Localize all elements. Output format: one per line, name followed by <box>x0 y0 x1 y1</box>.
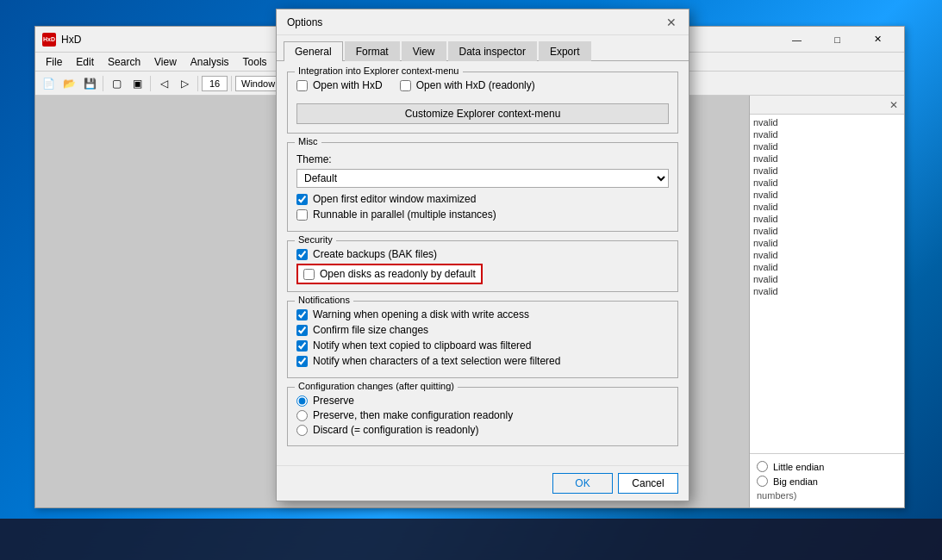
right-panel-close-icon[interactable]: ✕ <box>887 98 901 112</box>
runnable-parallel-checkbox[interactable] <box>296 209 308 221</box>
toolbar-btn3[interactable]: ▣ <box>128 74 147 93</box>
hxd-logo-text: HxD <box>43 36 55 42</box>
hxd-title-left: HxD HxD <box>42 33 81 47</box>
notify-clipboard-row: Notify when text copied to clipboard was… <box>296 339 669 352</box>
list-item: nvalid <box>753 201 901 213</box>
toolbar-new-btn[interactable]: 📄 <box>39 74 58 93</box>
tab-data-inspector[interactable]: Data inspector <box>448 41 537 61</box>
right-panel-bottom: Little endian Big endian numbers) <box>750 453 904 507</box>
hxd-maximize-button[interactable]: □ <box>818 30 857 49</box>
hxd-window-controls: — □ ✕ <box>777 30 897 49</box>
little-endian-radio[interactable] <box>757 461 768 472</box>
desktop: HxD HxD — □ ✕ File Edit Search View Anal… <box>0 0 942 560</box>
notify-clipboard-checkbox[interactable] <box>296 340 308 352</box>
confirm-size-row: Confirm file size changes <box>296 324 669 336</box>
hxd-title-text: HxD <box>61 34 81 46</box>
list-item: nvalid <box>753 152 901 165</box>
big-endian-label: Big endian <box>773 476 818 487</box>
open-hxd-readonly-row: Open with HxD (readonly) <box>400 79 535 91</box>
tab-format[interactable]: Format <box>345 41 400 61</box>
menu-edit[interactable]: Edit <box>69 54 101 70</box>
invalid-list[interactable]: nvalid nvalid nvalid nvalid nvalid nvali… <box>750 115 904 453</box>
list-item: nvalid <box>753 225 901 237</box>
menu-analysis[interactable]: Analysis <box>184 54 236 70</box>
toolbar-btn5[interactable]: ▷ <box>175 74 194 93</box>
discard-row: Discard (= configuration is readonly) <box>296 424 669 436</box>
config-section-label: Configuration changes (after quitting) <box>295 381 458 391</box>
toolbar-sep2 <box>150 76 151 91</box>
open-maximized-label: Open first editor window maximized <box>313 193 476 205</box>
tab-view[interactable]: View <box>402 41 446 61</box>
tab-export[interactable]: Export <box>539 41 591 61</box>
open-hxd-checkbox[interactable] <box>296 80 308 91</box>
preserve-label: Preserve <box>313 395 354 407</box>
taskbar <box>0 519 942 560</box>
discard-radio[interactable] <box>296 425 308 436</box>
config-section: Configuration changes (after quitting) P… <box>287 387 678 446</box>
ok-button[interactable]: OK <box>552 473 613 494</box>
hxd-close-button[interactable]: ✕ <box>858 30 897 49</box>
open-readonly-checkbox[interactable] <box>303 269 315 280</box>
notify-chars-row: Notify when characters of a text selecti… <box>296 355 669 367</box>
list-item: nvalid <box>753 128 901 140</box>
right-panel: ✕ nvalid nvalid nvalid nvalid nvalid nva… <box>749 96 904 507</box>
open-maximized-checkbox[interactable] <box>296 194 308 205</box>
dialog-close-button[interactable]: ✕ <box>661 12 682 33</box>
integration-section: Integration into Explorer context-menu O… <box>287 72 678 134</box>
menu-view[interactable]: View <box>147 54 184 70</box>
preserve-row: Preserve <box>296 395 669 407</box>
open-hxd-readonly-checkbox[interactable] <box>400 80 411 91</box>
hxd-minimize-button[interactable]: — <box>777 30 816 49</box>
customize-explorer-button[interactable]: Customize Explorer context-menu <box>296 103 669 124</box>
preserve-readonly-row: Preserve, then make configuration readon… <box>296 409 669 421</box>
tab-general[interactable]: General <box>284 41 343 61</box>
open-readonly-label: Open disks as readonly by default <box>320 268 476 280</box>
list-item: nvalid <box>753 285 901 297</box>
toolbar-open-btn[interactable]: 📂 <box>59 74 78 93</box>
menu-file[interactable]: File <box>39 54 69 70</box>
list-item: nvalid <box>753 189 901 201</box>
create-backups-label: Create backups (BAK files) <box>313 248 437 260</box>
toolbar-sep4 <box>231 76 232 91</box>
runnable-parallel-row: Runnable in parallel (multiple instances… <box>296 208 669 221</box>
list-item: nvalid <box>753 213 901 225</box>
notify-chars-checkbox[interactable] <box>296 356 308 367</box>
list-item: nvalid <box>753 261 901 273</box>
confirm-size-label: Confirm file size changes <box>313 324 428 336</box>
dialog-titlebar: Options ✕ <box>277 9 689 35</box>
list-item: nvalid <box>753 237 901 249</box>
dialog-tabs: General Format View Data inspector Expor… <box>277 35 689 61</box>
toolbar-sep3 <box>197 76 198 91</box>
menu-search[interactable]: Search <box>101 54 147 70</box>
open-maximized-row: Open first editor window maximized <box>296 193 669 205</box>
toolbar-save-btn[interactable]: 💾 <box>80 74 99 93</box>
open-hxd-label: Open with HxD <box>313 79 383 91</box>
toolbar-btn4[interactable]: ◁ <box>154 74 173 93</box>
preserve-readonly-label: Preserve, then make configuration readon… <box>313 409 513 421</box>
confirm-size-checkbox[interactable] <box>296 325 308 336</box>
security-section-label: Security <box>295 234 336 245</box>
list-item: nvalid <box>753 177 901 189</box>
numbers-label: numbers) <box>757 490 796 501</box>
cancel-button[interactable]: Cancel <box>618 473 678 494</box>
big-endian-radio[interactable] <box>757 476 768 487</box>
runnable-parallel-label: Runnable in parallel (multiple instances… <box>313 208 496 221</box>
list-item: nvalid <box>753 273 901 285</box>
menu-tools[interactable]: Tools <box>236 54 274 70</box>
preserve-radio[interactable] <box>296 395 308 407</box>
preserve-readonly-radio[interactable] <box>296 410 308 421</box>
hxd-logo-icon: HxD <box>42 33 56 47</box>
right-panel-header: ✕ <box>750 96 904 115</box>
list-item: nvalid <box>753 140 901 152</box>
security-section: Security Create backups (BAK files) Open… <box>287 240 678 292</box>
open-hxd-row: Open with HxD <box>296 79 383 91</box>
toolbar-zoom-input[interactable] <box>202 76 228 91</box>
notify-clipboard-label: Notify when text copied to clipboard was… <box>313 339 531 352</box>
toolbar-btn2[interactable]: ▢ <box>107 74 126 93</box>
create-backups-checkbox[interactable] <box>296 249 308 260</box>
warning-write-checkbox[interactable] <box>296 309 308 320</box>
notifications-section: Notifications Warning when opening a dis… <box>287 301 678 378</box>
discard-label: Discard (= configuration is readonly) <box>313 424 478 436</box>
integration-row: Open with HxD Open with HxD (readonly) <box>296 79 669 95</box>
theme-dropdown[interactable]: Default <box>296 169 669 188</box>
